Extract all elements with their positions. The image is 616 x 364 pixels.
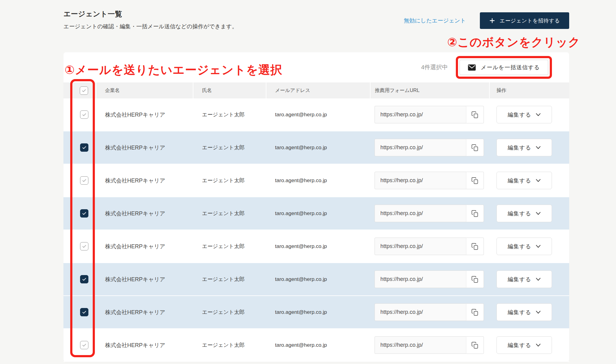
edit-button[interactable]: 編集する: [496, 336, 552, 354]
bulk-mail-button-label: メールを一括送信する: [481, 64, 540, 71]
actions-cell: 編集する: [490, 197, 569, 230]
copy-url-button[interactable]: [466, 172, 484, 189]
select-all-checkbox[interactable]: [80, 86, 88, 95]
company-cell: 株式会社HERPキャリア: [96, 296, 193, 328]
copy-url-button[interactable]: [466, 270, 484, 288]
table-row: 株式会社HERPキャリア エージェント太郎 taro.agent@herp.co…: [63, 197, 569, 230]
company-cell: 株式会社HERPキャリア: [96, 230, 193, 262]
edit-button-label: 編集する: [508, 210, 531, 217]
actions-cell: 編集する: [490, 329, 569, 361]
copy-icon: [471, 276, 479, 283]
email-cell: taro.agent@herp.co.jp: [266, 230, 371, 262]
edit-button-label: 編集する: [508, 111, 531, 118]
table-row: 株式会社HERPキャリア エージェント太郎 taro.agent@herp.co…: [63, 329, 569, 362]
edit-button[interactable]: 編集する: [496, 238, 552, 255]
check-icon: [82, 342, 87, 348]
disabled-agents-link[interactable]: 無効にしたエージェント: [404, 17, 466, 24]
email-cell: taro.agent@herp.co.jp: [266, 98, 371, 131]
email-cell: taro.agent@herp.co.jp: [266, 329, 371, 361]
copy-icon: [471, 243, 479, 250]
chevron-down-icon: [536, 343, 541, 347]
edit-button-label: 編集する: [508, 309, 531, 316]
table-body: 株式会社HERPキャリア エージェント太郎 taro.agent@herp.co…: [63, 98, 569, 362]
name-cell: エージェント太郎: [193, 329, 266, 361]
copy-icon: [471, 210, 479, 217]
check-icon: [82, 310, 87, 315]
company-cell: 株式会社HERPキャリア: [96, 263, 193, 295]
recommendation-url-input[interactable]: https://herp.co.jp/: [375, 238, 466, 255]
column-header-actions: 操作: [490, 82, 569, 98]
envelope-icon: [468, 64, 476, 71]
edit-button[interactable]: 編集する: [496, 303, 552, 321]
row-checkbox-cell: [63, 230, 96, 262]
edit-button[interactable]: 編集する: [496, 106, 552, 123]
chevron-down-icon: [536, 212, 541, 215]
url-group: https://herp.co.jp/: [375, 139, 484, 156]
row-checkbox[interactable]: [80, 110, 88, 119]
invite-agent-button[interactable]: エージェントを招待する: [480, 12, 569, 29]
table-row: 株式会社HERPキャリア エージェント太郎 taro.agent@herp.co…: [63, 263, 569, 296]
actions-cell: 編集する: [490, 296, 569, 328]
url-group: https://herp.co.jp/: [375, 106, 484, 123]
actions-cell: 編集する: [490, 263, 569, 295]
recommendation-url-input[interactable]: https://herp.co.jp/: [375, 139, 466, 156]
edit-button[interactable]: 編集する: [496, 139, 552, 156]
recommendation-url-input[interactable]: https://herp.co.jp/: [375, 172, 466, 189]
chevron-down-icon: [536, 179, 541, 182]
row-checkbox[interactable]: [80, 143, 88, 152]
row-checkbox-cell: [63, 164, 96, 197]
recommendation-url-cell: https://herp.co.jp/: [371, 98, 490, 131]
edit-button[interactable]: 編集する: [496, 172, 552, 189]
actions-cell: 編集する: [490, 164, 569, 197]
table-row: 株式会社HERPキャリア エージェント太郎 taro.agent@herp.co…: [63, 230, 569, 263]
copy-url-button[interactable]: [466, 106, 484, 123]
check-icon: [82, 277, 87, 282]
row-checkbox[interactable]: [80, 275, 88, 283]
row-checkbox[interactable]: [80, 176, 88, 185]
table-row: 株式会社HERPキャリア エージェント太郎 taro.agent@herp.co…: [63, 164, 569, 197]
row-checkbox-cell: [63, 197, 96, 230]
row-checkbox-cell: [63, 98, 96, 131]
edit-button-label: 編集する: [508, 144, 531, 151]
copy-url-button[interactable]: [466, 238, 484, 255]
copy-url-button[interactable]: [466, 205, 484, 222]
edit-button-label: 編集する: [508, 276, 531, 283]
row-checkbox-cell: [63, 263, 96, 295]
url-group: https://herp.co.jp/: [375, 172, 484, 189]
recommendation-url-input[interactable]: https://herp.co.jp/: [375, 303, 466, 321]
page-header-text: エージェント一覧 エージェントの確認・編集・一括メール送信などの操作ができます。: [63, 9, 237, 30]
table-row: 株式会社HERPキャリア エージェント太郎 taro.agent@herp.co…: [63, 131, 569, 164]
row-checkbox[interactable]: [80, 308, 88, 316]
recommendation-url-input[interactable]: https://herp.co.jp/: [375, 270, 466, 288]
column-header-email: メールアドレス: [266, 82, 371, 98]
row-checkbox[interactable]: [80, 242, 88, 250]
copy-url-button[interactable]: [466, 303, 484, 321]
annotation-highlight-bulk-mail-button: メールを一括送信する: [456, 56, 552, 79]
agent-table-card: 4件選択中 メールを一括送信する 企業名 氏名 メールアドレス 推薦用フォームU…: [63, 52, 569, 362]
company-cell: 株式会社HERPキャリア: [96, 164, 193, 197]
url-group: https://herp.co.jp/: [375, 270, 484, 288]
recommendation-url-input[interactable]: https://herp.co.jp/: [375, 106, 466, 123]
edit-button[interactable]: 編集する: [496, 205, 552, 222]
copy-icon: [471, 144, 479, 151]
actions-cell: 編集する: [490, 230, 569, 262]
row-checkbox[interactable]: [80, 341, 88, 349]
column-header-recommendation-url: 推薦用フォームURL: [371, 82, 490, 98]
recommendation-url-input[interactable]: https://herp.co.jp/: [375, 205, 466, 222]
chevron-down-icon: [536, 310, 541, 314]
bulk-mail-button[interactable]: メールを一括送信する: [460, 60, 548, 75]
edit-button[interactable]: 編集する: [496, 270, 552, 288]
email-cell: taro.agent@herp.co.jp: [266, 164, 371, 197]
copy-url-button[interactable]: [466, 139, 484, 156]
invite-agent-button-label: エージェントを招待する: [500, 17, 560, 24]
row-checkbox[interactable]: [80, 209, 88, 218]
url-group: https://herp.co.jp/: [375, 205, 484, 222]
recommendation-url-input[interactable]: https://herp.co.jp/: [375, 336, 466, 354]
copy-url-button[interactable]: [466, 336, 484, 354]
check-icon: [82, 145, 87, 150]
table-row: 株式会社HERPキャリア エージェント太郎 taro.agent@herp.co…: [63, 98, 569, 131]
company-cell: 株式会社HERPキャリア: [96, 131, 193, 164]
name-cell: エージェント太郎: [193, 164, 266, 197]
check-icon: [82, 211, 87, 216]
table-header-row: 企業名 氏名 メールアドレス 推薦用フォームURL 操作: [63, 82, 569, 98]
